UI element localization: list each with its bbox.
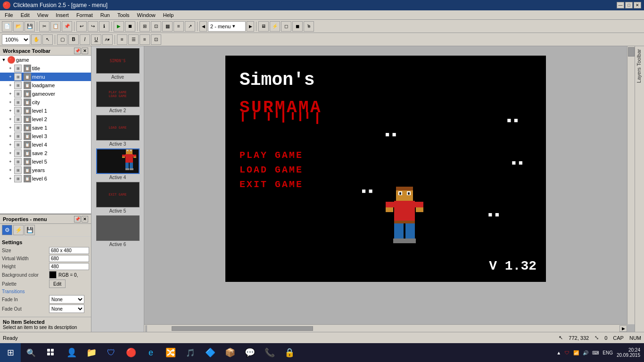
undo-button[interactable]: ↩ <box>76 21 87 32</box>
taskbar-shield-icon[interactable]: 🛡 <box>102 343 121 362</box>
taskbar-3d-icon[interactable]: 🔷 <box>201 343 220 362</box>
menu-view[interactable]: View <box>33 10 52 19</box>
underline-button[interactable]: U <box>91 34 101 45</box>
screen-button[interactable]: 🖥 <box>258 21 269 32</box>
prev-frame-button[interactable]: ◀ <box>199 21 207 32</box>
horizontal-scrollbar[interactable]: ▶ <box>144 324 627 332</box>
tree-toggle-menu[interactable]: + <box>8 74 13 80</box>
transitions-link[interactable]: Transitions <box>2 289 89 294</box>
tree-item-level6[interactable]: + ⊞ 📋 level 6 <box>0 174 91 183</box>
taskbar-package-icon[interactable]: 📦 <box>221 343 239 362</box>
menu-run[interactable]: Run <box>97 10 114 19</box>
show-hidden-icons[interactable]: ▲ <box>556 350 561 355</box>
align-right[interactable]: ≡ <box>140 34 150 45</box>
info-button[interactable]: ℹ <box>99 21 109 32</box>
taskbar-media-icon[interactable]: 🎵 <box>181 343 200 362</box>
redo-button[interactable]: ↪ <box>88 21 98 32</box>
list-button[interactable]: ≡ <box>173 21 184 32</box>
task-view-button[interactable] <box>41 343 60 362</box>
menu-tools[interactable]: Tools <box>114 10 133 19</box>
taskbar-security-icon[interactable]: 🔒 <box>280 343 299 362</box>
fade-in-select[interactable]: None <box>49 295 84 304</box>
workspace-close[interactable]: ✕ <box>82 48 88 54</box>
start-button[interactable]: ⊞ <box>0 343 21 362</box>
frame-6[interactable]: Active 6 <box>94 215 141 247</box>
props-tab-save[interactable]: 💾 <box>25 225 35 235</box>
bold-button[interactable]: B <box>68 34 79 45</box>
vertical-scrollbar[interactable] <box>627 46 635 324</box>
taskbar-chat-icon[interactable]: 💬 <box>240 343 259 362</box>
close-button[interactable]: ✕ <box>634 2 641 8</box>
menu-format[interactable]: Format <box>73 10 97 19</box>
menu-file[interactable]: File <box>1 10 17 19</box>
record-button[interactable]: ◼ <box>292 21 303 32</box>
align-left[interactable]: ≡ <box>117 34 127 45</box>
tree-item-save2[interactable]: + ⊞ 📋 save 2 <box>0 149 91 157</box>
workspace-tree[interactable]: ▼ 🔴 game + ⊞ 📋 title + ⊞ 📋 menu <box>0 56 91 214</box>
palette-edit-button[interactable]: Edit <box>49 280 66 288</box>
save-button[interactable]: 💾 <box>25 21 35 32</box>
fade-out-select[interactable]: None <box>49 304 84 313</box>
taskbar-red-icon[interactable]: 🔴 <box>122 343 140 362</box>
stop-button[interactable]: ⏹ <box>125 21 135 32</box>
menu-help[interactable]: Help <box>159 10 178 19</box>
run-button[interactable]: ▶ <box>114 21 124 32</box>
export-button[interactable]: ↗ <box>185 21 195 32</box>
tree-item-gameover[interactable]: + ⊞ 📋 gameover <box>0 90 91 98</box>
frame-2[interactable]: PLAY GAMELOAD GAME Active 2 <box>94 82 141 113</box>
tree-item-years[interactable]: + ⊞ 📋 years <box>0 166 91 174</box>
zoom-select[interactable]: 100% 50% 200% <box>2 34 30 45</box>
taskbar-edge-icon[interactable]: e <box>141 343 160 362</box>
extra-button[interactable]: 🖱 <box>304 21 314 32</box>
search-button[interactable]: 🔍 <box>21 343 41 362</box>
frame-1[interactable]: SIMON'S Active <box>94 48 141 80</box>
tree-item-level3[interactable]: + ⊞ 📋 level 3 <box>0 132 91 140</box>
taskbar-skype-icon[interactable]: 📞 <box>260 343 279 362</box>
props-tab-settings[interactable]: ⚙ <box>2 225 12 235</box>
menu-window[interactable]: Window <box>133 10 159 19</box>
color-button[interactable]: A▾ <box>102 34 113 45</box>
menu-edit[interactable]: Edit <box>17 10 33 19</box>
volume-icon[interactable]: 🔊 <box>583 350 588 355</box>
select-tool[interactable]: ▢ <box>57 34 67 45</box>
tree-item-level1[interactable]: + ⊞ 📋 level 1 <box>0 107 91 115</box>
props-tab-events[interactable]: ⚡ <box>13 225 24 235</box>
frame-dropdown[interactable]: 2 - menu ▾ <box>208 21 246 32</box>
tree-item-title[interactable]: + ⊞ 📋 title <box>0 64 91 73</box>
tree-item-level2[interactable]: + ⊞ 📋 level 2 <box>0 115 91 123</box>
frame-5[interactable]: EXIT GAME Active 5 <box>94 182 141 214</box>
layout-button[interactable]: ⊡ <box>151 34 161 45</box>
workspace-pin[interactable]: 📌 <box>74 48 81 54</box>
copy-button[interactable]: 📋 <box>50 21 61 32</box>
properties-close[interactable]: ✕ <box>82 216 88 222</box>
cut-button[interactable]: ✂ <box>39 21 50 32</box>
properties-pin[interactable]: 📌 <box>74 216 81 222</box>
tree-toggle-title[interactable]: + <box>8 66 13 71</box>
taskbar-person-icon[interactable]: 👤 <box>62 343 81 362</box>
tree-item-loadgame[interactable]: + ⊞ 📋 loadgame <box>0 81 91 90</box>
tree-item-city[interactable]: + ⊞ 📋 city <box>0 98 91 107</box>
tree-item-game[interactable]: ▼ 🔴 game <box>0 56 91 64</box>
menu-insert[interactable]: Insert <box>52 10 73 19</box>
pointer-tool[interactable]: ↖ <box>42 34 53 45</box>
taskbar-folder-icon[interactable]: 📁 <box>82 343 101 362</box>
grid-button[interactable]: ⊞ <box>140 21 150 32</box>
align-center[interactable]: ☰ <box>128 34 139 45</box>
tree-toggle-game[interactable]: ▼ <box>1 57 7 63</box>
window-controls[interactable]: — □ ✕ <box>617 2 641 8</box>
paste-button[interactable]: 📌 <box>62 21 72 32</box>
frame-3[interactable]: LOAD GAME Active 3 <box>94 115 141 147</box>
italic-button[interactable]: I <box>80 34 90 45</box>
tree-item-level4[interactable]: + ⊞ 📋 level 4 <box>0 140 91 149</box>
bg-color-swatch[interactable] <box>49 271 57 279</box>
tree-item-menu[interactable]: + ⊞ 📋 menu <box>0 73 91 81</box>
hand-tool[interactable]: ✋ <box>31 34 41 45</box>
frame-4[interactable]: Active 4 <box>94 148 141 180</box>
snap-button[interactable]: ⊡ <box>151 21 161 32</box>
taskbar-ftp-icon[interactable]: 🔀 <box>161 343 180 362</box>
minimize-button[interactable]: — <box>617 2 624 8</box>
maximize-button[interactable]: □ <box>625 2 633 8</box>
new-button[interactable]: 📄 <box>2 21 12 32</box>
tree-item-save1[interactable]: + ⊞ 📋 save 1 <box>0 123 91 132</box>
tree-item-level5[interactable]: + ⊞ 📋 level 5 <box>0 157 91 166</box>
